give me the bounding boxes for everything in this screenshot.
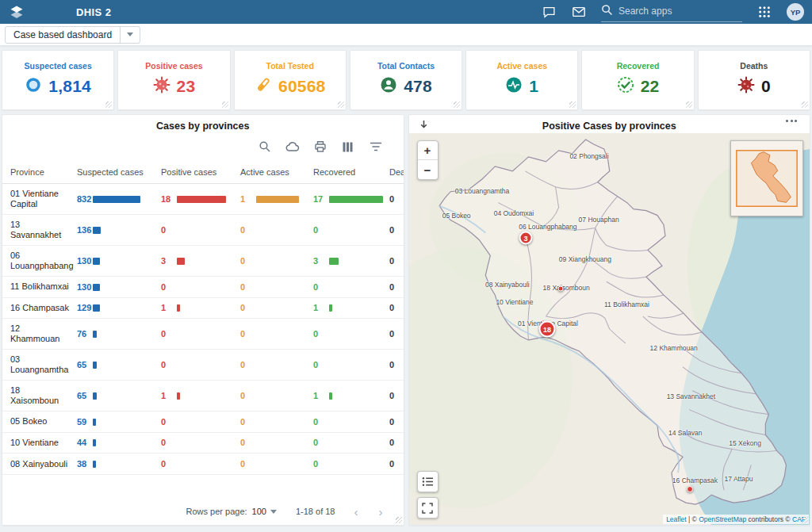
dhis2-logo-icon[interactable] bbox=[8, 3, 25, 21]
cases-table: ProvinceSuspected casesPositive casesAct… bbox=[2, 160, 404, 477]
apps-menu-icon[interactable] bbox=[756, 4, 772, 20]
table-row: 05 Bokeo590000 bbox=[2, 411, 404, 433]
stat-card[interactable]: Positive cases 23 bbox=[117, 50, 230, 110]
messages-icon[interactable] bbox=[571, 4, 587, 20]
print-icon[interactable] bbox=[313, 140, 327, 154]
chevron-down-icon[interactable] bbox=[121, 27, 140, 43]
more-options-icon[interactable] bbox=[783, 117, 800, 125]
previous-page-button[interactable]: ‹ bbox=[354, 505, 358, 519]
resize-handle[interactable] bbox=[222, 101, 228, 108]
legend-layers-button[interactable] bbox=[417, 471, 439, 492]
column-header[interactable]: Positive cases bbox=[158, 160, 237, 184]
leaflet-link[interactable]: Leaflet bbox=[666, 515, 687, 523]
search-icon[interactable] bbox=[258, 140, 272, 154]
table-cell: 16 Champasak bbox=[2, 297, 74, 319]
resize-handle[interactable] bbox=[569, 101, 576, 108]
column-header[interactable]: Active cases bbox=[237, 160, 310, 184]
table-cell: 08 Xainyabouli bbox=[2, 454, 74, 475]
map-region-label: 04 Oudomxai bbox=[494, 209, 534, 217]
table-cell: 1 bbox=[237, 184, 310, 215]
chevron-down-icon bbox=[270, 510, 277, 514]
stat-card-value: 1,814 bbox=[48, 77, 91, 96]
value-bar bbox=[93, 461, 96, 468]
value-bar bbox=[329, 392, 332, 400]
table-cell: 0 bbox=[386, 184, 404, 215]
resize-handle[interactable] bbox=[454, 101, 460, 108]
value-bar bbox=[93, 227, 101, 234]
stat-card[interactable]: Suspected cases 1,814 bbox=[2, 50, 114, 110]
map-marker[interactable]: 18 bbox=[538, 321, 555, 338]
map-marker[interactable]: 3 bbox=[519, 232, 533, 245]
stat-card[interactable]: Deaths 0 bbox=[698, 50, 810, 110]
cases-table-title: Cases by provinces bbox=[2, 115, 404, 132]
person-icon bbox=[380, 76, 397, 97]
table-cell: 3 bbox=[310, 246, 386, 277]
column-header[interactable]: Deaths bbox=[386, 160, 404, 184]
table-row: 10 Vientiane440000 bbox=[2, 432, 404, 454]
map-region-label: 13 Savannakhet bbox=[667, 392, 715, 400]
table-cell: 0 bbox=[237, 381, 310, 411]
fullscreen-button[interactable] bbox=[417, 497, 439, 519]
stat-card-value: 0 bbox=[761, 77, 771, 96]
resize-handle[interactable] bbox=[802, 517, 808, 523]
table-cell: 0 bbox=[386, 411, 404, 433]
column-header[interactable]: Suspected cases bbox=[74, 160, 158, 184]
filter-icon[interactable] bbox=[369, 140, 383, 154]
value-bar bbox=[93, 196, 140, 203]
table-cell: 0 bbox=[386, 350, 404, 381]
table-cell: 0 bbox=[237, 277, 310, 298]
map-marker[interactable] bbox=[558, 286, 564, 292]
table-cell: 17 bbox=[310, 184, 386, 215]
column-header[interactable]: Province bbox=[2, 160, 74, 184]
next-page-button[interactable]: › bbox=[379, 505, 383, 519]
table-cell: 0 bbox=[386, 277, 404, 298]
stat-card-value: 60568 bbox=[278, 77, 325, 96]
stat-card[interactable]: Active cases 1 bbox=[465, 50, 578, 110]
table-cell: 0 bbox=[310, 432, 386, 454]
interpretations-icon[interactable] bbox=[541, 4, 557, 20]
map-marker[interactable] bbox=[687, 486, 693, 492]
resize-handle[interactable] bbox=[105, 101, 112, 108]
table-cell: 10 Vientiane bbox=[2, 432, 74, 454]
zoom-in-button[interactable]: + bbox=[418, 141, 438, 160]
dashboard-selector[interactable]: Case based dashboard bbox=[5, 26, 140, 44]
user-avatar[interactable]: YP bbox=[787, 3, 804, 21]
resize-handle[interactable] bbox=[686, 101, 692, 108]
map-title: Positive Cases by provinces bbox=[409, 115, 810, 132]
map-region-label: 03 Louangnamtha bbox=[455, 187, 510, 195]
resize-handle[interactable] bbox=[802, 101, 808, 108]
value-bar bbox=[93, 362, 97, 369]
table-cell: 1 bbox=[158, 297, 237, 319]
value-bar bbox=[93, 419, 96, 426]
stat-card-row: Suspected cases 1,814 Positive cases 23 bbox=[2, 50, 810, 110]
zoom-out-button[interactable]: − bbox=[418, 160, 438, 179]
stat-card[interactable]: Recovered 22 bbox=[581, 50, 694, 110]
ring-icon bbox=[25, 76, 42, 97]
resize-handle[interactable] bbox=[396, 517, 402, 523]
table-cell: 832 bbox=[74, 184, 158, 215]
cases-table-head-row: ProvinceSuspected casesPositive casesAct… bbox=[2, 160, 404, 184]
cloud-download-icon[interactable] bbox=[285, 140, 300, 154]
rows-per-page-select[interactable]: 100 bbox=[252, 507, 277, 516]
table-cell: 130 bbox=[74, 277, 158, 298]
zoom-control: + − bbox=[417, 140, 439, 180]
search-input[interactable]: Search apps bbox=[601, 2, 742, 22]
table-cell: 0 bbox=[310, 411, 386, 433]
value-bar bbox=[329, 258, 339, 265]
stat-card[interactable]: Total Tested 60568 bbox=[234, 50, 347, 110]
columns-icon[interactable] bbox=[341, 140, 355, 154]
resize-handle[interactable] bbox=[338, 101, 344, 108]
table-cell: 0 bbox=[310, 350, 386, 381]
value-bar bbox=[329, 196, 383, 203]
download-arrow-icon[interactable] bbox=[419, 119, 429, 133]
osm-link[interactable]: OpenStreetMap bbox=[699, 515, 746, 523]
overview-inset-map[interactable] bbox=[730, 140, 803, 216]
value-bar bbox=[93, 284, 100, 291]
stat-card[interactable]: Total Contacts 478 bbox=[350, 50, 462, 110]
column-header[interactable]: Recovered bbox=[310, 160, 386, 184]
table-toolbar bbox=[2, 132, 404, 157]
search-placeholder: Search apps bbox=[619, 6, 672, 17]
map-canvas[interactable]: + − bbox=[409, 133, 810, 525]
rows-per-page-label: Rows per page: bbox=[186, 507, 247, 516]
table-cell: 0 bbox=[237, 454, 310, 475]
